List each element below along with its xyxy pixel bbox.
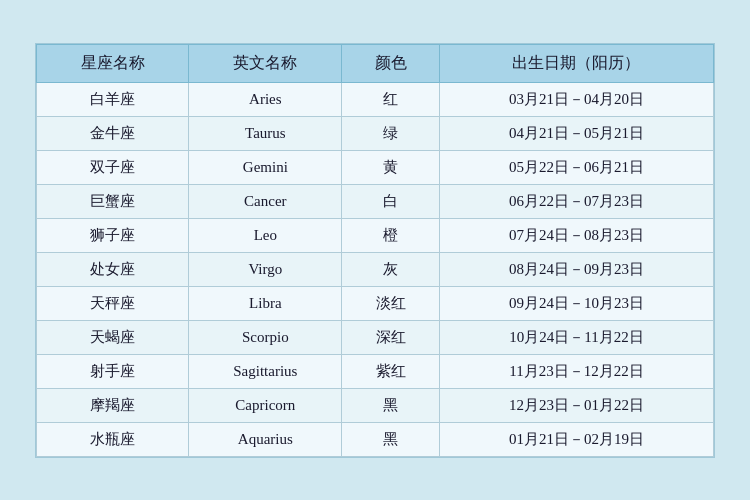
cell-dates: 04月21日－05月21日	[439, 116, 713, 150]
table-row: 巨蟹座Cancer白06月22日－07月23日	[37, 184, 714, 218]
table-row: 天蝎座Scorpio深红10月24日－11月22日	[37, 320, 714, 354]
cell-chinese-name: 处女座	[37, 252, 189, 286]
cell-chinese-name: 射手座	[37, 354, 189, 388]
cell-color: 红	[342, 82, 440, 116]
cell-chinese-name: 狮子座	[37, 218, 189, 252]
cell-english-name: Taurus	[189, 116, 342, 150]
cell-english-name: Scorpio	[189, 320, 342, 354]
cell-dates: 03月21日－04月20日	[439, 82, 713, 116]
table-row: 狮子座Leo橙07月24日－08月23日	[37, 218, 714, 252]
cell-chinese-name: 白羊座	[37, 82, 189, 116]
table-row: 天秤座Libra淡红09月24日－10月23日	[37, 286, 714, 320]
cell-chinese-name: 巨蟹座	[37, 184, 189, 218]
cell-color: 橙	[342, 218, 440, 252]
cell-color: 灰	[342, 252, 440, 286]
cell-english-name: Capricorn	[189, 388, 342, 422]
cell-color: 深红	[342, 320, 440, 354]
table-row: 金牛座Taurus绿04月21日－05月21日	[37, 116, 714, 150]
cell-dates: 12月23日－01月22日	[439, 388, 713, 422]
cell-dates: 06月22日－07月23日	[439, 184, 713, 218]
zodiac-table: 星座名称 英文名称 颜色 出生日期（阳历） 白羊座Aries红03月21日－04…	[36, 44, 714, 457]
header-chinese-name: 星座名称	[37, 44, 189, 82]
zodiac-table-container: 星座名称 英文名称 颜色 出生日期（阳历） 白羊座Aries红03月21日－04…	[35, 43, 715, 458]
cell-chinese-name: 天蝎座	[37, 320, 189, 354]
cell-english-name: Leo	[189, 218, 342, 252]
cell-dates: 01月21日－02月19日	[439, 422, 713, 456]
cell-english-name: Virgo	[189, 252, 342, 286]
cell-chinese-name: 水瓶座	[37, 422, 189, 456]
cell-dates: 11月23日－12月22日	[439, 354, 713, 388]
table-row: 双子座Gemini黄05月22日－06月21日	[37, 150, 714, 184]
cell-dates: 09月24日－10月23日	[439, 286, 713, 320]
cell-color: 黑	[342, 388, 440, 422]
table-row: 摩羯座Capricorn黑12月23日－01月22日	[37, 388, 714, 422]
cell-chinese-name: 金牛座	[37, 116, 189, 150]
cell-color: 绿	[342, 116, 440, 150]
cell-dates: 08月24日－09月23日	[439, 252, 713, 286]
cell-chinese-name: 天秤座	[37, 286, 189, 320]
cell-chinese-name: 双子座	[37, 150, 189, 184]
cell-color: 黄	[342, 150, 440, 184]
header-english-name: 英文名称	[189, 44, 342, 82]
header-color: 颜色	[342, 44, 440, 82]
cell-english-name: Libra	[189, 286, 342, 320]
cell-color: 淡红	[342, 286, 440, 320]
cell-english-name: Sagittarius	[189, 354, 342, 388]
cell-dates: 07月24日－08月23日	[439, 218, 713, 252]
table-row: 水瓶座Aquarius黑01月21日－02月19日	[37, 422, 714, 456]
cell-english-name: Aries	[189, 82, 342, 116]
table-row: 处女座Virgo灰08月24日－09月23日	[37, 252, 714, 286]
cell-color: 白	[342, 184, 440, 218]
table-body: 白羊座Aries红03月21日－04月20日金牛座Taurus绿04月21日－0…	[37, 82, 714, 456]
cell-chinese-name: 摩羯座	[37, 388, 189, 422]
cell-english-name: Gemini	[189, 150, 342, 184]
cell-color: 黑	[342, 422, 440, 456]
cell-dates: 10月24日－11月22日	[439, 320, 713, 354]
table-row: 白羊座Aries红03月21日－04月20日	[37, 82, 714, 116]
cell-english-name: Cancer	[189, 184, 342, 218]
cell-color: 紫红	[342, 354, 440, 388]
header-dates: 出生日期（阳历）	[439, 44, 713, 82]
table-header-row: 星座名称 英文名称 颜色 出生日期（阳历）	[37, 44, 714, 82]
cell-dates: 05月22日－06月21日	[439, 150, 713, 184]
cell-english-name: Aquarius	[189, 422, 342, 456]
table-row: 射手座Sagittarius紫红11月23日－12月22日	[37, 354, 714, 388]
